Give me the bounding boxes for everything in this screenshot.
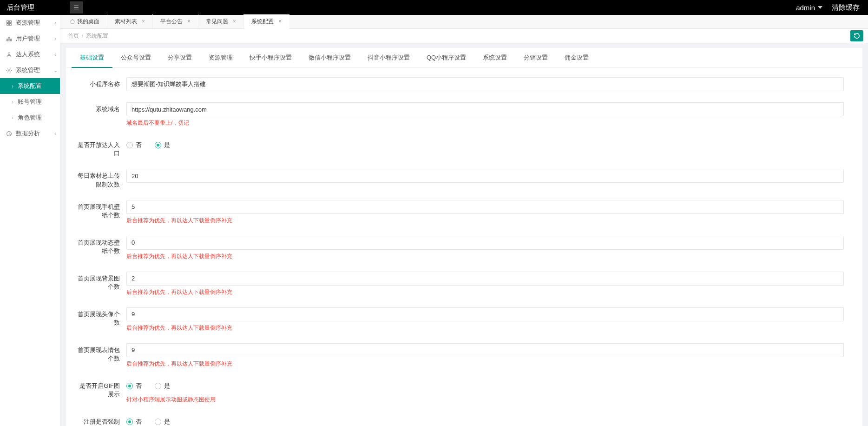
hamburger-button[interactable] <box>70 1 83 13</box>
svg-rect-5 <box>9 21 11 23</box>
sidebar-item-analytics[interactable]: 数据分析 ‹ <box>0 126 60 141</box>
subtab-wechat[interactable]: 微信小程序设置 <box>300 48 359 67</box>
svg-rect-7 <box>9 24 11 26</box>
tab-system-config[interactable]: 系统配置 × <box>244 14 289 28</box>
subtab-commission[interactable]: 佣金设置 <box>556 48 597 67</box>
subtab-qq[interactable]: QQ小程序设置 <box>418 48 474 67</box>
chevron-right-icon: › <box>8 83 17 89</box>
label-mini-name: 小程序名称 <box>75 77 122 88</box>
breadcrumb-root[interactable]: 首页 <box>68 32 79 40</box>
sidebar-item-daren[interactable]: 达人系统 ‹ <box>0 47 60 62</box>
subtab-share[interactable]: 分享设置 <box>159 48 200 67</box>
sidebar-item-resource[interactable]: 资源管理 ‹ <box>0 15 60 31</box>
radio-daren-no[interactable]: 否 <box>126 141 142 149</box>
input-home-avatar[interactable] <box>126 307 844 321</box>
radio-label: 否 <box>136 418 142 426</box>
hint-home-dynamic: 后台推荐为优先，再以达人下载量倒序补充 <box>126 253 844 260</box>
radio-label: 是 <box>164 418 170 426</box>
label-home-emoji: 首页展现表情包个数 <box>75 343 122 363</box>
tab-label: 系统配置 <box>251 18 274 26</box>
input-mini-name[interactable] <box>126 77 844 91</box>
user-name: admin <box>796 4 815 12</box>
svg-point-13 <box>8 70 9 71</box>
sidebar: 资源管理 ‹ 用户管理 ‹ 达人系统 ‹ <box>0 15 60 426</box>
tab-desktop[interactable]: 我的桌面 <box>62 14 107 28</box>
hint-home-bg: 后台推荐为优先，再以达人下载量倒序补充 <box>126 288 844 296</box>
sidebar-sub-label: 角色管理 <box>18 113 60 122</box>
sidebar-item-user[interactable]: 用户管理 ‹ <box>0 31 60 47</box>
refresh-button[interactable] <box>850 30 863 41</box>
chevron-down-icon: ⌄ <box>51 67 60 73</box>
subtab-basic[interactable]: 基础设置 <box>72 48 112 67</box>
tab-label: 素材列表 <box>115 18 137 26</box>
breadcrumb: 首页 / 系统配置 <box>60 29 868 43</box>
svg-marker-3 <box>818 6 822 9</box>
settings-panel: 基础设置 公众号设置 分享设置 资源管理 快手小程序设置 微信小程序设置 抖音小… <box>66 48 862 426</box>
sidebar-item-label: 达人系统 <box>16 50 51 59</box>
svg-point-8 <box>8 37 10 39</box>
sidebar-sub-label: 系统配置 <box>18 82 60 90</box>
user-menu[interactable]: admin <box>796 4 822 12</box>
hint-home-avatar: 后台推荐为优先，再以达人下载量倒序补充 <box>126 324 844 332</box>
sidebar-item-system[interactable]: 系统管理 ⌄ <box>0 62 60 78</box>
user-icon <box>5 36 13 42</box>
chevron-down-icon <box>818 6 822 9</box>
brand-title: 后台管理 <box>5 3 70 12</box>
radio-daren-yes[interactable]: 是 <box>155 141 170 149</box>
breadcrumb-separator: / <box>82 33 83 39</box>
radio-gif-no[interactable]: 否 <box>126 382 142 390</box>
grid-icon <box>5 20 13 26</box>
label-home-avatar: 首页展现头像个数 <box>75 307 122 327</box>
gear-icon <box>5 67 13 73</box>
sidebar-sub-system-config[interactable]: › 系统配置 <box>0 78 60 94</box>
sidebar-item-label: 数据分析 <box>16 129 51 138</box>
chevron-left-icon: ‹ <box>51 36 60 41</box>
sidebar-sub-role[interactable]: › 角色管理 <box>0 110 60 126</box>
input-home-dynamic[interactable] <box>126 236 844 250</box>
clear-cache-button[interactable]: 清除缓存 <box>832 3 860 12</box>
radio-label: 是 <box>164 141 170 149</box>
svg-rect-9 <box>7 40 10 41</box>
radio-label: 否 <box>136 141 142 149</box>
chevron-left-icon: ‹ <box>51 20 60 26</box>
close-icon[interactable]: × <box>187 18 191 25</box>
subtab-system[interactable]: 系统设置 <box>474 48 515 67</box>
subtab-kuaishou[interactable]: 快手小程序设置 <box>241 48 300 67</box>
sidebar-item-label: 系统管理 <box>16 66 51 74</box>
label-reg-force: 注册是否强制 <box>75 415 122 426</box>
input-home-emoji[interactable] <box>126 343 844 357</box>
close-icon[interactable]: × <box>233 18 236 25</box>
svg-point-12 <box>8 53 10 54</box>
chart-icon <box>5 131 13 137</box>
home-icon <box>70 19 75 24</box>
subtab-resource[interactable]: 资源管理 <box>200 48 241 67</box>
subtab-douyin[interactable]: 抖音小程序设置 <box>359 48 418 67</box>
input-domain[interactable] <box>126 102 844 116</box>
input-home-bg[interactable] <box>126 272 844 286</box>
close-icon[interactable]: × <box>278 18 282 25</box>
breadcrumb-current: 系统配置 <box>86 32 108 40</box>
tab-platform-notice[interactable]: 平台公告 × <box>153 14 198 28</box>
tab-faq[interactable]: 常见问题 × <box>198 14 244 28</box>
subtab-dist[interactable]: 分销设置 <box>515 48 556 67</box>
subtab-official[interactable]: 公众号设置 <box>112 48 159 67</box>
sidebar-item-label: 用户管理 <box>16 34 51 43</box>
chevron-right-icon: › <box>8 115 17 120</box>
main-area: 我的桌面 素材列表 × 平台公告 × 常见问题 × 系统配置 × 首页 / 系 <box>60 15 868 426</box>
label-daren-entry: 是否开放达人入口 <box>75 138 122 158</box>
radio-label: 否 <box>136 382 142 390</box>
radio-gif-yes[interactable]: 是 <box>155 382 170 390</box>
radio-reg-no[interactable]: 否 <box>126 418 142 426</box>
hint-home-phone: 后台推荐为优先，再以达人下载量倒序补充 <box>126 217 844 225</box>
topbar: 后台管理 admin 清除缓存 <box>0 0 868 15</box>
input-home-phone[interactable] <box>126 200 844 214</box>
label-home-phone: 首页展现手机壁纸个数 <box>75 200 122 220</box>
sidebar-sub-account[interactable]: › 账号管理 <box>0 94 60 110</box>
radio-reg-yes[interactable]: 是 <box>155 418 170 426</box>
tab-material-list[interactable]: 素材列表 × <box>107 14 153 28</box>
input-daily-upload[interactable] <box>126 169 844 183</box>
close-icon[interactable]: × <box>142 18 145 25</box>
hint-gif-show: 针对小程序端展示动图或静态图使用 <box>126 396 844 404</box>
tab-label: 平台公告 <box>160 18 183 26</box>
tab-label: 常见问题 <box>206 18 228 26</box>
